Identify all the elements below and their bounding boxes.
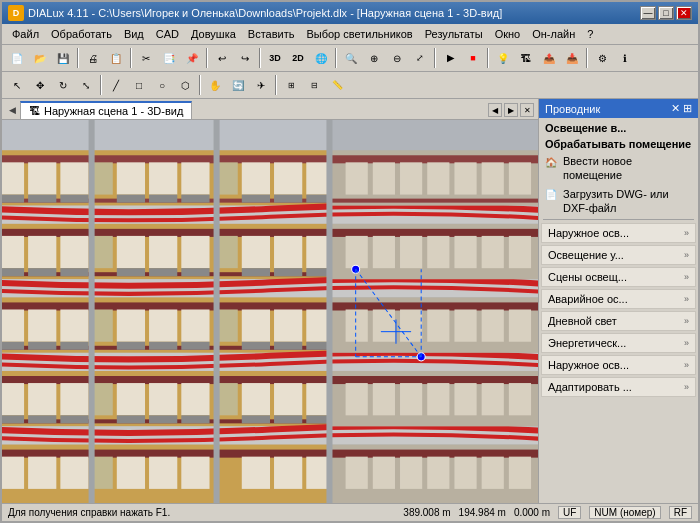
svg-rect-62	[242, 309, 270, 341]
menu-cad[interactable]: CAD	[150, 26, 185, 42]
light-btn[interactable]: 💡	[492, 47, 514, 69]
svg-rect-48	[274, 268, 302, 276]
copy-btn[interactable]: 📑	[158, 47, 180, 69]
sep8	[586, 48, 588, 68]
tab-nav-prev[interactable]: ◀	[488, 103, 502, 117]
tab-close-btn[interactable]: ✕	[520, 103, 534, 117]
view2d-btn[interactable]: 2D	[287, 47, 309, 69]
save-btn[interactable]: 💾	[52, 47, 74, 69]
pan-btn[interactable]: ✋	[204, 74, 226, 96]
svg-rect-100	[2, 450, 330, 458]
print2-btn[interactable]: 📋	[105, 47, 127, 69]
zoom-in-btn[interactable]: ⊕	[363, 47, 385, 69]
svg-rect-95	[242, 415, 270, 423]
menu-lights[interactable]: Выбор светильников	[300, 26, 418, 42]
zoom-out-btn[interactable]: ⊖	[386, 47, 408, 69]
building-3d-scene	[2, 120, 538, 503]
draw-line-btn[interactable]: ╱	[105, 74, 127, 96]
menu-view[interactable]: Вид	[118, 26, 150, 42]
draw-rect-btn[interactable]: □	[128, 74, 150, 96]
cut-btn[interactable]: ✂	[135, 47, 157, 69]
svg-rect-32	[60, 236, 88, 268]
measure-btn[interactable]: 📏	[326, 74, 348, 96]
svg-rect-80	[60, 383, 88, 415]
sidebar-cat-emergency[interactable]: Аварийное ос... »	[541, 289, 696, 309]
scale-btn[interactable]: ⤡	[75, 74, 97, 96]
draw-poly-btn[interactable]: ⬡	[174, 74, 196, 96]
menu-results[interactable]: Результаты	[419, 26, 489, 42]
import-btn[interactable]: 📥	[561, 47, 583, 69]
svg-rect-152	[400, 457, 422, 489]
svg-rect-61	[218, 309, 238, 341]
sidebar-item-load-dwg[interactable]: 📄 Загрузить DWG- или DXF-файл	[539, 185, 698, 218]
svg-rect-140	[330, 376, 538, 384]
zoom-btn[interactable]: 🔍	[340, 47, 362, 69]
menu-online[interactable]: Он-лайн	[526, 26, 581, 42]
svg-rect-63	[274, 309, 302, 341]
menu-edit[interactable]: Обработать	[45, 26, 118, 42]
svg-rect-102	[28, 457, 56, 489]
draw-circle-btn[interactable]: ○	[151, 74, 173, 96]
rotate-btn[interactable]: ↻	[52, 74, 74, 96]
svg-rect-56	[60, 309, 88, 341]
svg-rect-13	[218, 162, 238, 194]
sidebar-cat-scenes[interactable]: Сцены освещ... »	[541, 267, 696, 287]
undo-btn[interactable]: ↩	[211, 47, 233, 69]
export-btn[interactable]: 📤	[538, 47, 560, 69]
viewport-3d[interactable]	[2, 120, 538, 503]
sidebar-subsection-title: Обрабатывать помещение	[539, 136, 698, 152]
tab-scene-3d[interactable]: 🏗 Наружная сцена 1 - 3D-вид	[20, 101, 192, 119]
svg-rect-125	[400, 236, 422, 268]
svg-rect-91	[60, 415, 88, 423]
sidebar-cat-outdoor-2-label: Наружное осв...	[548, 359, 629, 371]
title-bar-buttons: — □ ✕	[640, 6, 692, 20]
orbit-btn[interactable]: 🔄	[227, 74, 249, 96]
scene-btn[interactable]: 🏗	[515, 47, 537, 69]
close-button[interactable]: ✕	[676, 6, 692, 20]
snap-btn[interactable]: ⊞	[280, 74, 302, 96]
tab-nav-next[interactable]: ▶	[504, 103, 518, 117]
menu-insert[interactable]: Вставить	[242, 26, 301, 42]
sidebar-cat-adapt-label: Адаптировать ...	[548, 381, 632, 393]
sidebar-item-new-room[interactable]: 🏠 Ввести новое помещение	[539, 152, 698, 185]
paste-btn[interactable]: 📌	[181, 47, 203, 69]
svg-rect-104	[93, 457, 113, 489]
fly-btn[interactable]: ✈	[250, 74, 272, 96]
svg-rect-116	[400, 162, 422, 194]
sidebar-cat-adapt[interactable]: Адаптировать ... »	[541, 377, 696, 397]
svg-rect-65	[2, 342, 24, 350]
calc-btn[interactable]: ▶	[439, 47, 461, 69]
menu-window[interactable]: Окно	[489, 26, 527, 42]
view3d-btn[interactable]: 3D	[264, 47, 286, 69]
tab-scroll-left[interactable]: ◀	[6, 102, 18, 118]
sidebar-cat-outdoor-2[interactable]: Наружное осв... »	[541, 355, 696, 375]
info-btn[interactable]: ℹ	[614, 47, 636, 69]
render-btn[interactable]: 🌐	[310, 47, 332, 69]
stop-btn[interactable]: ■	[462, 47, 484, 69]
redo-btn[interactable]: ↪	[234, 47, 256, 69]
fit-btn[interactable]: ⤢	[409, 47, 431, 69]
select-btn[interactable]: ↖	[6, 74, 28, 96]
sidebar-cat-outdoor-1[interactable]: Наружное осв... »	[541, 223, 696, 243]
svg-rect-12	[181, 162, 209, 194]
move-btn[interactable]: ✥	[29, 74, 51, 96]
menu-dovushka[interactable]: Довушка	[185, 26, 242, 42]
status-badge-uf: UF	[558, 506, 581, 519]
minimize-button[interactable]: —	[640, 6, 656, 20]
new-btn[interactable]: 📄	[6, 47, 28, 69]
svg-rect-43	[60, 268, 88, 276]
sidebar-close-btn[interactable]: ✕ ⊞	[671, 102, 692, 115]
open-btn[interactable]: 📂	[29, 47, 51, 69]
props-btn[interactable]: ⚙	[591, 47, 613, 69]
sidebar-cat-daylight[interactable]: Дневной свет »	[541, 311, 696, 331]
svg-rect-82	[117, 383, 145, 415]
print-btn[interactable]: 🖨	[82, 47, 104, 69]
menu-file[interactable]: Файл	[6, 26, 45, 42]
maximize-button[interactable]: □	[658, 6, 674, 20]
sidebar-cat-energy[interactable]: Энергетическ... »	[541, 333, 696, 353]
menu-help[interactable]: ?	[581, 26, 599, 42]
toolbar-1: 📄 📂 💾 🖨 📋 ✂ 📑 📌 ↩ ↪ 3D 2D 🌐 🔍 ⊕ ⊖ ⤢ ▶ ■ …	[2, 45, 698, 72]
grid-btn[interactable]: ⊟	[303, 74, 325, 96]
svg-rect-10	[117, 162, 145, 194]
sidebar-cat-indoor[interactable]: Освещение у... »	[541, 245, 696, 265]
